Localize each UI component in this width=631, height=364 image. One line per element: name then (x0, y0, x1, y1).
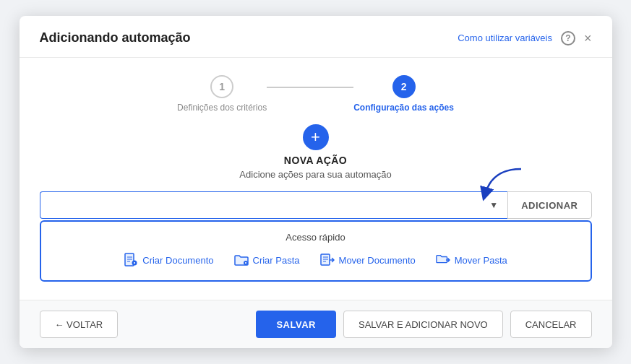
step-2-label: Configuração das ações (353, 103, 454, 113)
modal-header: Adicionando automação Como utilizar vari… (20, 16, 612, 58)
quick-access-label: Acesso rápido (56, 232, 576, 243)
step-2-circle: 2 (392, 75, 416, 98)
back-button[interactable]: ← VOLTAR (40, 311, 119, 338)
new-action-title: NOVA AÇÃO (284, 155, 347, 166)
add-button[interactable]: ADICIONAR (507, 191, 591, 219)
save-add-new-button[interactable]: SALVAR E ADICIONAR NOVO (343, 311, 503, 338)
step-2: 2 Configuração das ações (353, 75, 454, 113)
quick-item-mover-documento[interactable]: Mover Documento (320, 253, 416, 267)
help-icon[interactable]: ? (561, 31, 575, 46)
criar-pasta-icon (234, 253, 249, 267)
modal-footer: ← VOLTAR SALVAR SALVAR E ADICIONAR NOVO … (20, 300, 612, 348)
quick-access-box: Acesso rápido Criar Documento (40, 220, 592, 282)
quick-access-items: Criar Documento Criar Pasta (56, 253, 576, 267)
criar-pasta-label: Criar Pasta (253, 255, 300, 266)
help-link[interactable]: Como utilizar variáveis (458, 32, 552, 43)
mover-documento-label: Mover Documento (339, 255, 416, 266)
new-action-section: + NOVA AÇÃO Adicione ações para sua auto… (239, 124, 391, 180)
new-action-subtitle: Adicione ações para sua automação (239, 169, 391, 180)
quick-item-criar-documento[interactable]: Criar Documento (124, 253, 213, 267)
action-select[interactable] (40, 191, 481, 219)
mover-documento-icon (320, 253, 335, 267)
header-right: Como utilizar variáveis ? × (458, 31, 591, 46)
dropdown-row: ▼ ADICIONAR (40, 191, 592, 219)
close-icon[interactable]: × (584, 32, 592, 45)
save-button[interactable]: SALVAR (256, 311, 336, 338)
modal-body: + NOVA AÇÃO Adicione ações para sua auto… (20, 118, 612, 300)
criar-documento-label: Criar Documento (142, 255, 213, 266)
action-input-area: ▼ ADICIONAR Acesso rápido (40, 191, 592, 282)
steps-container: 1 Definições dos critérios 2 Configuraçã… (20, 58, 612, 118)
cancel-button[interactable]: CANCELAR (510, 311, 592, 338)
new-action-icon: + (303, 124, 329, 150)
dropdown-arrow-icon[interactable]: ▼ (480, 191, 507, 219)
automation-modal: Adicionando automação Como utilizar vari… (20, 16, 612, 348)
mover-pasta-icon (436, 253, 450, 267)
quick-item-mover-pasta[interactable]: Mover Pasta (436, 253, 507, 267)
step-1-label: Definições dos critérios (177, 103, 267, 113)
mover-pasta-label: Mover Pasta (455, 255, 507, 266)
modal-title: Adicionando automação (40, 30, 191, 46)
step-1-circle: 1 (210, 75, 233, 98)
footer-right: SALVAR SALVAR E ADICIONAR NOVO CANCELAR (256, 311, 591, 338)
criar-documento-icon (124, 253, 138, 267)
step-connector (267, 87, 353, 88)
quick-item-criar-pasta[interactable]: Criar Pasta (234, 253, 300, 267)
step-1: 1 Definições dos critérios (177, 75, 267, 113)
